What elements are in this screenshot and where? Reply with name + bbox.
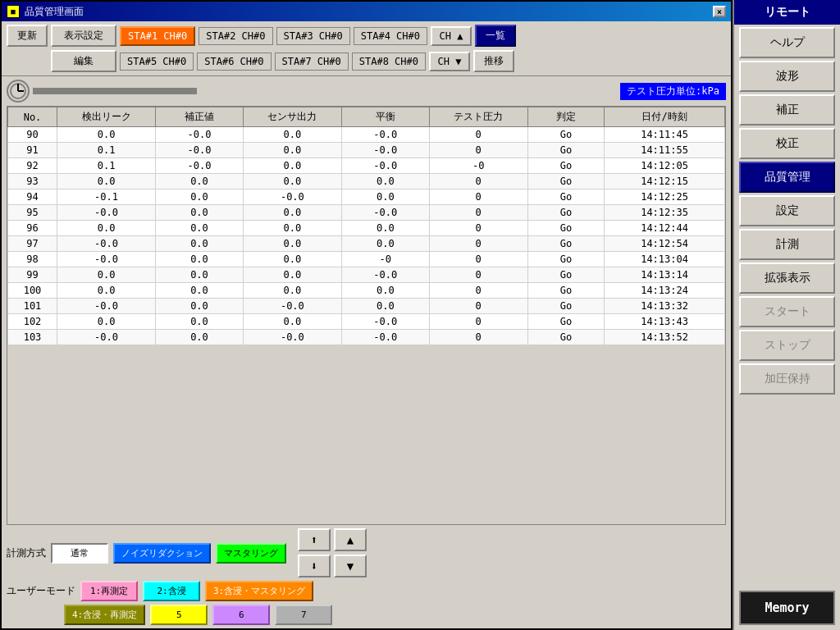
mode1-button[interactable]: 1:再測定 [80,581,138,601]
sta7-ch0-tab[interactable]: STA#7 CH#0 [275,52,349,71]
table-cell: -0.0 [57,299,156,314]
table-row: 97-0.00.00.00.00Go14:12:54 [8,236,725,252]
table-cell: 94 [8,189,57,205]
table-cell: Go [527,299,604,314]
progress-bar [33,88,197,94]
sta4-ch0-tab[interactable]: STA#4 CH#0 [354,27,427,45]
table-body: 900.0-0.00.0-0.00Go14:11:45910.1-0.00.0-… [8,127,725,345]
sta2-ch0-tab[interactable]: STA#2 CH#0 [199,27,272,45]
sidebar-button: 加圧保持 [739,363,835,395]
table-cell: -0.0 [243,330,341,345]
trend-button[interactable]: 推移 [473,50,514,72]
table-row: 101-0.00.0-0.00.00Go14:13:32 [8,299,725,314]
sidebar-button[interactable]: 品質管理 [739,162,835,193]
table-cell: 0.0 [57,221,156,236]
table-cell: 95 [8,205,57,221]
table-cell: 0.0 [341,189,429,205]
table-cell: 0.0 [156,205,244,221]
close-button[interactable]: × [713,6,726,17]
sidebar-button[interactable]: 補正 [739,94,835,126]
data-table[interactable]: No. 検出リーク 補正値 センサ出力 平衡 テスト圧力 判定 日付/時刻 90… [7,106,726,525]
edit-button[interactable]: 編集 [51,50,116,72]
sidebar-button: スタート [739,296,835,327]
table-row: 910.1-0.00.0-0.00Go14:11:55 [8,143,725,158]
table-cell: 14:12:15 [605,174,725,189]
table-cell: -0.0 [57,236,156,252]
title-bar-left: ■ 品質管理画面 [7,5,84,19]
toolbar: 更新 表示設定 STA#1 CH#0 STA#2 CH#0 STA#3 CH#0… [2,21,731,76]
noise-reduction-button[interactable]: ノイズリダクション [113,543,211,564]
table-cell: 0.0 [341,299,429,314]
double-up-arrow-button[interactable]: ⬆ [298,528,331,551]
table-cell: 90 [8,127,57,143]
mode2-button[interactable]: 2:含浸 [143,581,200,601]
table-cell: 0 [429,236,527,252]
sta1-ch0-tab[interactable]: STA#1 CH#0 [120,26,195,46]
sidebar-button[interactable]: 波形 [739,61,835,92]
table-cell: 0.0 [243,283,341,299]
sidebar-button[interactable]: 校正 [739,128,835,159]
table-cell: Go [527,174,604,189]
table-cell: 0.0 [57,283,156,299]
table-row: 94-0.10.0-0.00.00Go14:12:25 [8,189,725,205]
up-arrow-button[interactable]: ▲ [334,528,367,551]
table-row: 930.00.00.00.00Go14:12:15 [8,174,725,189]
sidebar-button[interactable]: 設定 [739,195,835,226]
display-settings-button[interactable]: 表示設定 [51,25,116,47]
table-cell: Go [527,252,604,267]
sidebar-button[interactable]: ヘルプ [739,27,835,58]
table-cell: Go [527,158,604,174]
table-row: 920.1-0.00.0-0.0-0Go14:12:05 [8,158,725,174]
table-cell: Go [527,143,604,158]
col-header-pressure: テスト圧力 [429,107,527,127]
table-cell: -0.0 [341,127,429,143]
sta6-ch0-tab[interactable]: STA#6 CH#0 [197,52,271,71]
ch-up-button[interactable]: CH ▲ [431,26,472,46]
mode5-button[interactable]: 5 [150,605,208,625]
sta3-ch0-tab[interactable]: STA#3 CH#0 [276,27,350,45]
table-cell: Go [527,283,604,299]
ch-down-button[interactable]: CH ▼ [429,52,470,71]
sidebar-button[interactable]: 拡張表示 [739,262,835,294]
sta8-ch0-tab[interactable]: STA#8 CH#0 [352,52,426,71]
user-mode-row2: 4:含浸・再測定 5 6 7 [64,605,726,625]
col-header-leak: 検出リーク [57,107,156,127]
mode3-button[interactable]: 3:含浸・マスタリング [205,581,313,601]
table-cell: -0.0 [341,314,429,330]
list-button[interactable]: 一覧 [475,25,516,47]
col-header-no: No. [8,107,57,127]
memory-button[interactable]: Memory [739,591,835,625]
table-cell: 0 [429,299,527,314]
table-cell: 0 [429,174,527,189]
table-cell: 14:12:05 [605,158,725,174]
table-cell: 0.0 [156,330,244,345]
mode7-button[interactable]: 7 [275,605,332,625]
normal-mode-button[interactable]: 通常 [51,543,108,564]
sidebar: リモート ヘルプ波形補正校正品質管理設定計測拡張表示スタートストップ加圧保持 M… [733,0,840,630]
measurement-row: 計測方式 通常 ノイズリダクション マスタリング ⬆ ▲ ⬇ ▼ [7,528,726,578]
table-cell: 0.0 [156,221,244,236]
mastering-button[interactable]: マスタリング [216,543,286,564]
col-header-correct: 補正値 [156,107,244,127]
table-cell: 14:12:44 [605,221,725,236]
sidebar-button[interactable]: 計測 [739,229,835,260]
down-arrow-button[interactable]: ▼ [334,555,367,578]
table-cell: 14:13:04 [605,252,725,267]
table-cell: 14:11:45 [605,127,725,143]
sta5-ch0-tab[interactable]: STA#5 CH#0 [120,52,194,71]
mode4-button[interactable]: 4:含浸・再測定 [64,605,145,625]
pressure-unit-label: テスト圧力単位:kPa [620,83,726,100]
mode6-button[interactable]: 6 [212,605,270,625]
table-cell: 0.0 [156,267,244,283]
double-down-arrow-button[interactable]: ⬇ [298,555,331,578]
update-button[interactable]: 更新 [7,25,48,47]
table-cell: -0.0 [156,158,244,174]
table-cell: 14:12:35 [605,205,725,221]
col-header-judge: 判定 [527,107,604,127]
table-cell: 0.0 [243,127,341,143]
table-cell: 14:13:32 [605,299,725,314]
user-mode-row: ユーザーモード 1:再測定 2:含浸 3:含浸・マスタリング [7,581,726,601]
table-cell: 0 [429,221,527,236]
table-cell: -0.0 [243,299,341,314]
table-row: 103-0.00.0-0.0-0.00Go14:13:52 [8,330,725,345]
